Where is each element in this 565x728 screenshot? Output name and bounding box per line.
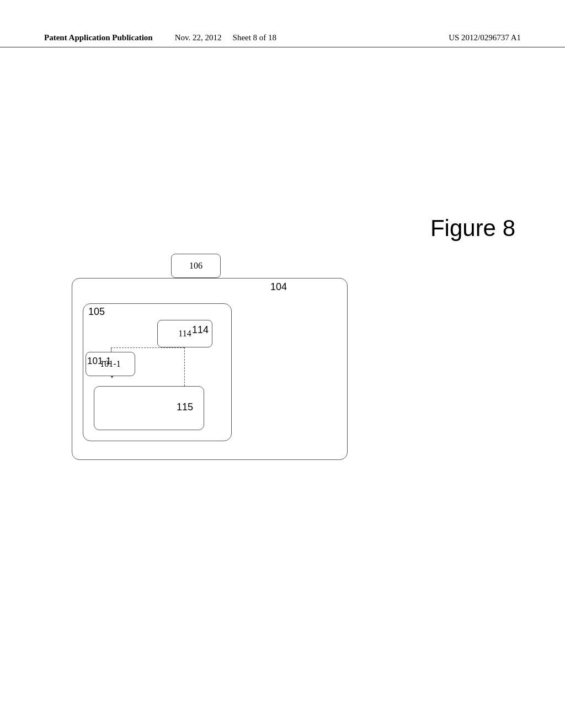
box-104-label: 104: [270, 281, 287, 293]
box-115-label: 115: [177, 402, 193, 413]
page-header: Patent Application Publication Nov. 22, …: [0, 33, 565, 47]
box-106-label: 106: [189, 261, 202, 271]
box-101-1-label: 101-1: [87, 356, 111, 367]
connector-114-115: [184, 347, 185, 386]
box-105-label: 105: [88, 306, 105, 318]
box-106: 106: [171, 254, 221, 278]
patent-number: US 2012/0296737 A1: [449, 33, 521, 42]
sheet-number: Sheet 8 of 18: [233, 33, 277, 42]
connector-horizontal: [111, 347, 184, 349]
figure-diagram: 106 104 105 114 114 101-1 101-1 115: [55, 254, 364, 474]
box-114-inner-label: 114: [178, 329, 191, 339]
publication-date: Nov. 22, 2012: [175, 33, 222, 42]
figure-label: Figure 8: [430, 215, 515, 242]
box-114-label: 114: [192, 324, 209, 336]
patent-application-label: Patent Application Publication: [44, 33, 153, 42]
